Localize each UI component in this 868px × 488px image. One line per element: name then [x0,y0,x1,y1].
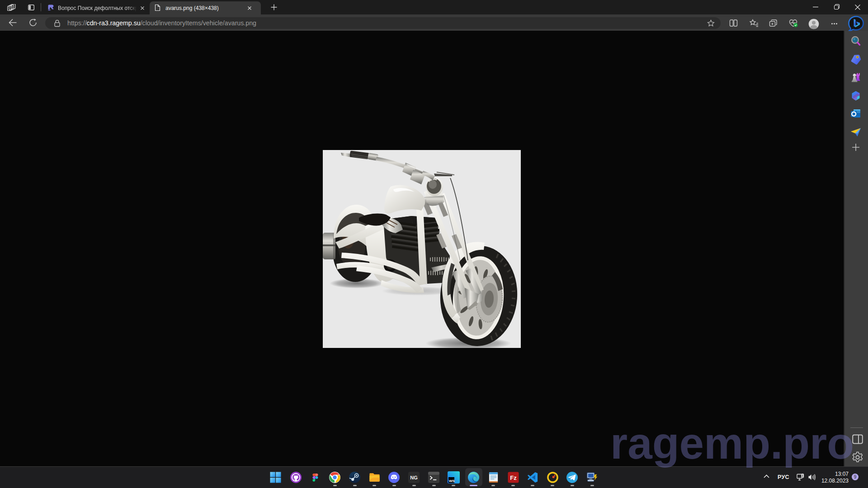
svg-text:Fz: Fz [510,474,517,481]
svg-text:NG: NG [410,475,418,480]
svg-text:WS: WS [449,479,455,483]
